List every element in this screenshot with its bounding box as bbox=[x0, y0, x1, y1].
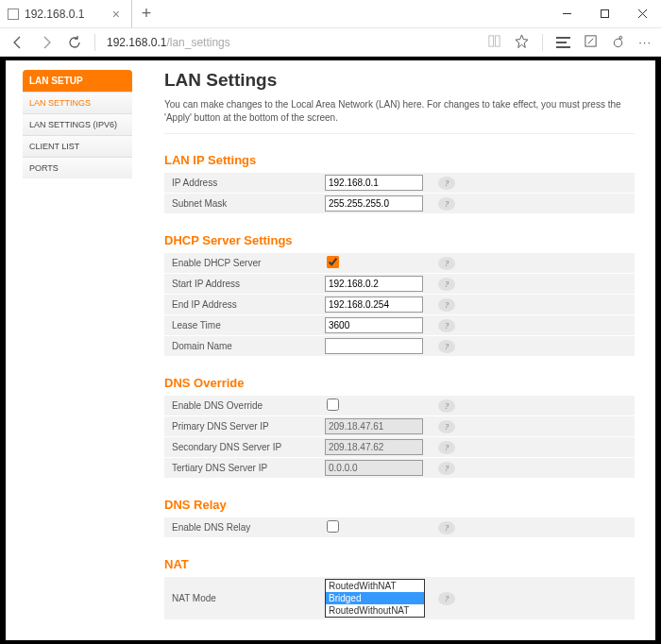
window-titlebar: 192.168.0.1 × + bbox=[0, 0, 661, 28]
end-ip-input[interactable] bbox=[325, 297, 423, 313]
enable-dns-relay-label: Enable DNS Relay bbox=[164, 522, 325, 533]
maximize-button[interactable] bbox=[585, 0, 623, 27]
enable-dns-override-checkbox[interactable] bbox=[327, 398, 339, 411]
lease-time-input[interactable] bbox=[325, 317, 423, 333]
svg-rect-1 bbox=[601, 10, 608, 18]
page-title: LAN Settings bbox=[164, 70, 635, 91]
enable-dhcp-label: Enable DHCP Server bbox=[164, 258, 325, 268]
address-host: 192.168.0.1 bbox=[107, 36, 166, 49]
nat-mode-label: NAT Mode bbox=[164, 593, 325, 603]
help-icon[interactable]: ? bbox=[438, 197, 455, 211]
help-icon[interactable]: ? bbox=[438, 399, 455, 413]
help-icon[interactable]: ? bbox=[438, 278, 455, 291]
help-icon[interactable]: ? bbox=[438, 177, 455, 190]
nat-option[interactable]: Bridged bbox=[326, 592, 424, 604]
primary-dns-label: Primary DNS Server IP bbox=[164, 421, 325, 432]
tab-title: 192.168.0.1 bbox=[25, 8, 84, 21]
secondary-dns-label: Secondary DNS Server IP bbox=[164, 442, 325, 452]
lease-time-label: Lease Time bbox=[164, 320, 325, 330]
nat-mode-select[interactable]: RoutedWithNAT Bridged RoutedWithoutNAT bbox=[325, 579, 425, 618]
forward-button[interactable] bbox=[38, 34, 55, 51]
address-bar[interactable]: 192.168.0.1/lan_settings bbox=[107, 36, 476, 49]
start-ip-label: Start IP Address bbox=[164, 279, 325, 289]
share-icon[interactable] bbox=[611, 34, 625, 50]
end-ip-label: End IP Address bbox=[164, 299, 325, 310]
secondary-dns-input bbox=[325, 439, 423, 455]
sidebar-item-client-list[interactable]: CLIENT LIST bbox=[23, 135, 132, 157]
more-icon[interactable]: ··· bbox=[638, 35, 652, 49]
domain-name-input[interactable] bbox=[325, 338, 423, 354]
favorite-icon[interactable] bbox=[515, 34, 529, 50]
hub-icon[interactable] bbox=[556, 37, 570, 48]
tertiary-dns-label: Tertiary DNS Server IP bbox=[164, 463, 325, 473]
nat-heading: NAT bbox=[164, 557, 635, 571]
subnet-mask-input[interactable] bbox=[325, 195, 423, 212]
help-icon[interactable]: ? bbox=[438, 441, 455, 454]
close-tab-icon[interactable]: × bbox=[109, 7, 124, 22]
help-icon[interactable]: ? bbox=[438, 521, 455, 534]
svg-rect-5 bbox=[496, 36, 500, 46]
sidebar-item-lan-ipv6[interactable]: LAN SETTINGS (IPV6) bbox=[23, 113, 132, 135]
svg-point-8 bbox=[614, 39, 621, 46]
help-icon[interactable]: ? bbox=[438, 592, 455, 605]
refresh-button[interactable] bbox=[66, 34, 83, 51]
enable-dns-relay-checkbox[interactable] bbox=[327, 520, 339, 533]
upnp-heading: UPnP bbox=[164, 639, 635, 640]
svg-line-10 bbox=[619, 39, 620, 40]
tertiary-dns-input bbox=[325, 460, 423, 476]
reading-view-icon[interactable] bbox=[487, 34, 501, 50]
sidebar-item-ports[interactable]: PORTS bbox=[23, 157, 132, 178]
help-icon[interactable]: ? bbox=[438, 257, 455, 270]
minimize-button[interactable] bbox=[548, 0, 585, 27]
help-icon[interactable]: ? bbox=[438, 298, 455, 312]
sidebar: LAN SETUP LAN SETTINGS LAN SETTINGS (IPV… bbox=[23, 70, 132, 631]
enable-dhcp-checkbox[interactable] bbox=[327, 256, 339, 268]
nat-option[interactable]: RoutedWithoutNAT bbox=[326, 604, 424, 617]
nat-option[interactable]: RoutedWithNAT bbox=[326, 580, 424, 592]
main-content: LAN Settings You can make changes to the… bbox=[164, 70, 635, 631]
address-path: /lan_settings bbox=[166, 36, 229, 49]
svg-line-7 bbox=[588, 39, 594, 44]
domain-name-label: Domain Name bbox=[164, 341, 325, 351]
lan-ip-heading: LAN IP Settings bbox=[164, 153, 635, 167]
dhcp-heading: DHCP Server Settings bbox=[164, 233, 635, 247]
help-icon[interactable]: ? bbox=[438, 340, 455, 353]
help-icon[interactable]: ? bbox=[438, 319, 455, 332]
sidebar-item-lan-settings[interactable]: LAN SETTINGS bbox=[23, 92, 132, 113]
primary-dns-input bbox=[325, 418, 423, 434]
page-icon bbox=[8, 8, 19, 20]
enable-dns-override-label: Enable DNS Override bbox=[164, 400, 325, 411]
ip-address-label: IP Address bbox=[164, 178, 325, 188]
help-icon[interactable]: ? bbox=[438, 420, 455, 433]
notes-icon[interactable] bbox=[584, 34, 598, 50]
back-button[interactable] bbox=[9, 34, 26, 51]
subnet-mask-label: Subnet Mask bbox=[164, 198, 325, 209]
start-ip-input[interactable] bbox=[325, 276, 423, 292]
help-icon[interactable]: ? bbox=[438, 462, 455, 475]
browser-tab[interactable]: 192.168.0.1 × bbox=[0, 0, 132, 27]
browser-toolbar: 192.168.0.1/lan_settings ··· bbox=[0, 28, 661, 57]
dns-override-heading: DNS Override bbox=[164, 376, 635, 390]
dns-relay-heading: DNS Relay bbox=[164, 498, 635, 512]
new-tab-button[interactable]: + bbox=[132, 0, 161, 27]
close-window-button[interactable] bbox=[623, 0, 661, 27]
svg-rect-4 bbox=[489, 36, 494, 46]
ip-address-input[interactable] bbox=[325, 175, 423, 191]
sidebar-header: LAN SETUP bbox=[23, 70, 132, 92]
page-intro: You can make changes to the Local Area N… bbox=[164, 98, 635, 134]
